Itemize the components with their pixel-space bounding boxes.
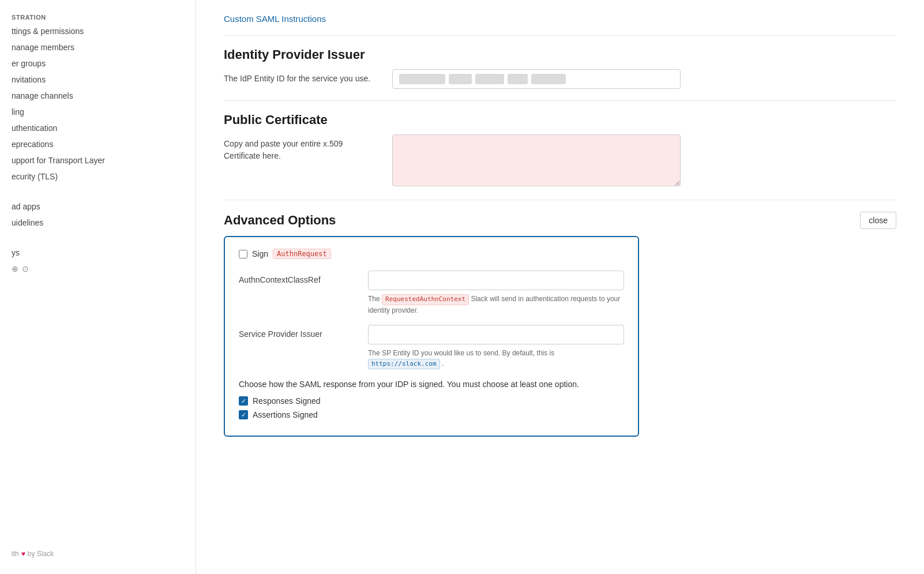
sidebar-item-security-tls[interactable]: ecurity (TLS) bbox=[0, 168, 196, 185]
sidebar-item-transport-layer[interactable]: upport for Transport Layer bbox=[0, 152, 196, 168]
sidebar-item-authentication[interactable]: uthentication bbox=[0, 120, 196, 136]
blurred-pill-3 bbox=[475, 74, 504, 84]
sidebar-icon-2: ⊙ bbox=[22, 264, 29, 273]
blurred-pill-1 bbox=[399, 74, 445, 84]
heart-icon: ♥ bbox=[21, 550, 25, 558]
assertions-signed-checkbox[interactable]: ✓ bbox=[239, 410, 248, 419]
divider-2 bbox=[224, 100, 896, 101]
public-certificate-title: Public Certificate bbox=[224, 112, 896, 127]
public-certificate-textarea[interactable] bbox=[392, 134, 681, 186]
blurred-pill-2 bbox=[449, 74, 472, 84]
sidebar-item-deprecations[interactable]: eprecations bbox=[0, 136, 196, 152]
service-provider-input[interactable]: https://slack.com bbox=[368, 325, 624, 344]
sidebar-item-settings-permissions[interactable]: ttings & permissions bbox=[0, 23, 196, 39]
authn-request-badge: AuthnRequest bbox=[273, 249, 331, 259]
helper-text-before: The bbox=[368, 295, 380, 303]
assertions-signed-row: ✓ Assertions Signed bbox=[239, 410, 624, 419]
identity-provider-section: Identity Provider Issuer The IdP Entity … bbox=[224, 47, 896, 89]
service-provider-helper: The SP Entity ID you would like us to se… bbox=[368, 348, 624, 370]
sidebar-item-user-groups[interactable]: er groups bbox=[0, 55, 196, 72]
sp-helper-text-after: . bbox=[442, 359, 444, 367]
advanced-options-box: Sign AuthnRequest AuthnContextClassRef D… bbox=[224, 236, 639, 437]
public-certificate-description: Copy and paste your entire x.509 Certifi… bbox=[224, 134, 374, 162]
sidebar-icon-1: ⊕ bbox=[12, 264, 18, 273]
public-certificate-input-col bbox=[392, 134, 896, 188]
sidebar-item-invitations[interactable]: nvitations bbox=[0, 72, 196, 88]
close-button[interactable]: close bbox=[860, 212, 896, 229]
sidebar-item-billing[interactable]: ling bbox=[0, 104, 196, 120]
sidebar-icon-row: ⊕ ⊙ bbox=[0, 261, 196, 277]
service-provider-input-col: https://slack.com The SP Entity ID you w… bbox=[368, 325, 624, 370]
idp-blurred-pills bbox=[399, 74, 566, 84]
divider-3 bbox=[224, 200, 896, 200]
footer-prefix: ith bbox=[12, 550, 19, 558]
sign-label: Sign bbox=[252, 249, 268, 258]
sidebar-footer: ith ♥ by Slack bbox=[0, 543, 196, 565]
identity-provider-input-col bbox=[392, 69, 896, 89]
advanced-options-section: Advanced Options close Sign AuthnRequest… bbox=[224, 212, 896, 437]
blurred-pill-5 bbox=[531, 74, 566, 84]
sidebar-item-misc1[interactable]: ys bbox=[0, 245, 196, 261]
authn-context-input[interactable]: Don't send this value bbox=[368, 271, 624, 290]
sidebar-item-manage-members[interactable]: nanage members bbox=[0, 39, 196, 55]
custom-saml-link[interactable]: Custom SAML Instructions bbox=[224, 14, 326, 24]
sidebar-item-guidelines[interactable]: uidelines bbox=[0, 215, 196, 231]
signing-description: Choose how the SAML response from your I… bbox=[239, 378, 624, 391]
responses-signed-row: ✓ Responses Signed bbox=[239, 396, 624, 406]
requested-authn-context-code: RequestedAuthnContext bbox=[382, 294, 469, 305]
sidebar-item-manage-channels[interactable]: nanage channels bbox=[0, 88, 196, 104]
authn-context-input-col: Don't send this value The RequestedAuthn… bbox=[368, 271, 624, 316]
divider-1 bbox=[224, 35, 896, 36]
authn-context-label: AuthnContextClassRef bbox=[239, 271, 354, 284]
sign-authn-checkbox[interactable] bbox=[239, 250, 247, 258]
signing-section: Choose how the SAML response from your I… bbox=[239, 378, 624, 419]
sp-url-code: https://slack.com bbox=[368, 359, 440, 370]
sidebar: STRATION ttings & permissions nanage mem… bbox=[0, 0, 196, 574]
advanced-options-title: Advanced Options bbox=[224, 213, 336, 228]
sidebar-section-title: STRATION bbox=[0, 9, 196, 23]
idp-input-wrapper bbox=[392, 69, 681, 89]
sp-helper-text-before: The SP Entity ID you would like us to se… bbox=[368, 349, 554, 357]
authn-context-helper: The RequestedAuthnContext Slack will sen… bbox=[368, 294, 624, 316]
sidebar-item-load-apps[interactable]: ad apps bbox=[0, 198, 196, 215]
blurred-pill-4 bbox=[508, 74, 528, 84]
authn-context-row: AuthnContextClassRef Don't send this val… bbox=[239, 271, 624, 316]
responses-signed-checkbox[interactable]: ✓ bbox=[239, 396, 248, 406]
service-provider-row: Service Provider Issuer https://slack.co… bbox=[239, 325, 624, 370]
responses-signed-label: Responses Signed bbox=[253, 396, 321, 406]
service-provider-label: Service Provider Issuer bbox=[239, 325, 354, 339]
assertions-signed-label: Assertions Signed bbox=[253, 410, 318, 419]
footer-suffix: by Slack bbox=[28, 550, 54, 558]
sign-authn-row: Sign AuthnRequest bbox=[239, 249, 624, 259]
identity-provider-description: The IdP Entity ID for the service you us… bbox=[224, 69, 374, 85]
public-certificate-section: Public Certificate Copy and paste your e… bbox=[224, 112, 896, 188]
advanced-options-header: Advanced Options close bbox=[224, 212, 896, 229]
main-content: Custom SAML Instructions Identity Provid… bbox=[196, 0, 924, 574]
identity-provider-title: Identity Provider Issuer bbox=[224, 47, 896, 62]
